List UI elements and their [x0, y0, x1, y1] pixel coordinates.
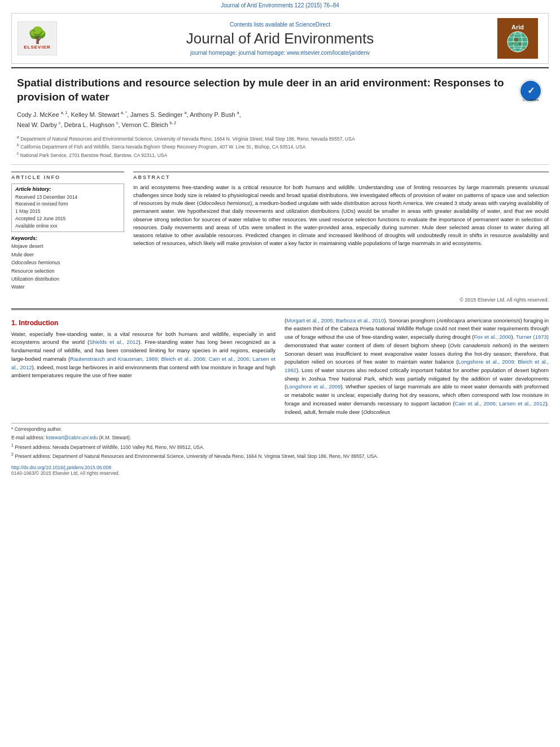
article-title: Spatial distributions and resource selec… [17, 76, 507, 104]
ref-longshore2[interactable]: Longshore et al., 2009 [286, 383, 340, 390]
affiliation-b: b California Department of Fish and Wild… [17, 142, 543, 151]
bighorn-name: Ovis canadensis nelsoni [450, 342, 510, 348]
article-info-column: ARTICLE INFO Article history: Received 1… [11, 172, 124, 291]
keyword-odocoileus: Odocoileus hemionus [11, 259, 124, 267]
section-title: Introduction [19, 319, 58, 327]
ref-rautenstrauch[interactable]: Rautenstrauch and Krausman, 1989; Bleich… [11, 356, 275, 370]
issn-text: 0140-1963/© 2015 Elsevier Ltd. All right… [11, 470, 120, 476]
footnotes-section: * Corresponding author. E-mail address: … [11, 423, 549, 460]
ref-cain[interactable]: Cain et al., 2006; Larsen et al., 2012 [454, 400, 545, 407]
author-sedinger: James S. Sedinger a, [130, 111, 190, 118]
authors-line: Cody J. McKee a, 1, Kelley M. Stewart a,… [0, 107, 560, 133]
ref-fox[interactable]: Fox et al., 2000 [474, 334, 511, 340]
author-stewart: Kelley M. Stewart a, *, [71, 111, 130, 118]
available-online: Available online xxx [15, 222, 120, 230]
homepage-url[interactable]: journal homepage: www.elsevier.com/locat… [239, 50, 370, 56]
author-mckee: Cody J. McKee a, 1, [17, 111, 71, 118]
arid-text: Arid [511, 24, 524, 30]
ref-turner[interactable]: Turner (1973) [516, 334, 549, 340]
author-bush: Anthony P. Bush a, [190, 111, 241, 118]
elsevier-logo: 🌳 ELSEVIER [18, 21, 57, 55]
history-title: Article history: [15, 186, 120, 192]
crossmark-icon[interactable]: ✓ CrossMark [518, 78, 543, 103]
pronghorn-name: Antilocapra americana sonoriensis [438, 317, 520, 324]
section-number: 1. [11, 319, 19, 327]
received-revised-label: Received in revised form [15, 200, 120, 208]
section-divider [11, 308, 549, 310]
ref-morgart[interactable]: Morgart et al., 2005; Barboza et al., 20… [286, 317, 384, 324]
article-info-abstract-section: ARTICLE INFO Article history: Received 1… [0, 168, 560, 295]
affiliation-a: a Department of Natural Resources and En… [17, 134, 543, 143]
copyright-line: © 2015 Elsevier Ltd. All rights reserved… [0, 295, 560, 305]
keyword-water: Water [11, 283, 124, 291]
keyword-utilization: Utilization distribution [11, 275, 124, 283]
abstract-text: In arid ecosystems free-standing water i… [133, 184, 549, 248]
keywords-title: Keywords: [11, 235, 124, 241]
footer-bar: http://dx.doi.org/10.1016/j.jaridenv.201… [0, 462, 560, 478]
svg-text:CrossMark: CrossMark [522, 98, 539, 102]
keyword-resource-selection: Resource selection [11, 267, 124, 275]
email-suffix: (K.M. Stewart). [99, 435, 132, 440]
intro-left-para: Water, especially free-standing water, i… [11, 330, 275, 380]
doi-link[interactable]: http://dx.doi.org/10.1016/j.jaridenv.201… [11, 465, 111, 470]
crossmark-svg: ✓ CrossMark [518, 78, 543, 103]
article-history-box: Article history: Received 13 December 20… [11, 184, 124, 233]
email-label: E-mail address: [11, 435, 46, 440]
svg-text:✓: ✓ [527, 86, 535, 95]
received-date: Received 13 December 2014 [15, 194, 120, 201]
accepted-date: Accepted 12 June 2015 [15, 215, 120, 222]
arid-logo: Arid [497, 18, 538, 59]
sciencedirect-link[interactable]: Contents lists available at ScienceDirec… [63, 21, 497, 28]
intro-right-col: (Morgart et al., 2005; Barboza et al., 2… [285, 317, 549, 420]
tree-icon: 🌳 [28, 28, 47, 43]
sciencedirect-name[interactable]: ScienceDirect [295, 21, 330, 28]
homepage-prefix: journal homepage: [190, 50, 239, 56]
intro-heading: 1. Introduction [11, 319, 275, 327]
header-divider [11, 67, 549, 68]
author-hughson: Debra L. Hughson c, [64, 121, 122, 128]
revised-date: 1 May 2015 [15, 208, 120, 215]
intro-right-para: (Morgart et al., 2005; Barboza et al., 2… [285, 317, 549, 417]
elsevier-logo-area: 🌳 ELSEVIER [18, 21, 63, 55]
affiliation-c: c National Park Service, 2701 Barstow Ro… [17, 151, 543, 159]
abstract-column: ABSTRACT In arid ecosystems free-standin… [133, 172, 549, 291]
sciencedirect-prefix: Contents lists available at [230, 21, 295, 28]
footnote-email: E-mail address: kstewart@cabnr.unr.edu (… [11, 434, 549, 442]
footnote-1: 1 Present address: Nevada Department of … [11, 443, 549, 451]
elsevier-brand-text: ELSEVIER [24, 45, 51, 50]
main-content: 1. Introduction Water, especially free-s… [0, 313, 560, 423]
article-info-label: ARTICLE INFO [11, 174, 124, 180]
abstract-label: ABSTRACT [133, 174, 549, 180]
author-bleich: Vernon C. Bleich b, 2 [122, 121, 177, 128]
article-title-section: Spatial distributions and resource selec… [0, 72, 560, 107]
journal-title: Journal of Arid Environments [63, 30, 497, 47]
mule-deer-name: Odocoileus [363, 409, 390, 415]
ref-shields[interactable]: Shields et al., 2012 [89, 339, 138, 345]
footnote-corresponding: * Corresponding author. [11, 426, 549, 433]
globe-icon [506, 30, 529, 53]
keyword-mule-deer: Mule deer [11, 251, 124, 259]
species-name-abstract: Odocoileus hemionus [199, 200, 250, 206]
affiliations: a Department of Natural Resources and En… [0, 133, 560, 161]
body-divider-top [11, 164, 549, 165]
homepage-link[interactable]: journal homepage: journal homepage: www.… [63, 50, 497, 56]
keyword-mojave: Mojave desert [11, 242, 124, 250]
ref-longshore[interactable]: Longshore et al., 2009; Bleich et al., 1… [285, 359, 549, 373]
journal-header: 🌳 ELSEVIER Contents lists available at S… [11, 13, 549, 64]
arid-logo-area: Arid [497, 18, 542, 59]
journal-ref-bar: Journal of Arid Environments 122 (2015) … [0, 0, 560, 11]
footnote-2: 2 Present address: Department of Natural… [11, 452, 549, 460]
author-darby: Neal W. Darby c, [17, 121, 64, 128]
journal-ref-text: Journal of Arid Environments 122 (2015) … [221, 2, 339, 8]
journal-header-center: Contents lists available at ScienceDirec… [63, 21, 497, 56]
email-link[interactable]: kstewart@cabnr.unr.edu [46, 435, 98, 440]
intro-left-col: 1. Introduction Water, especially free-s… [11, 317, 275, 420]
